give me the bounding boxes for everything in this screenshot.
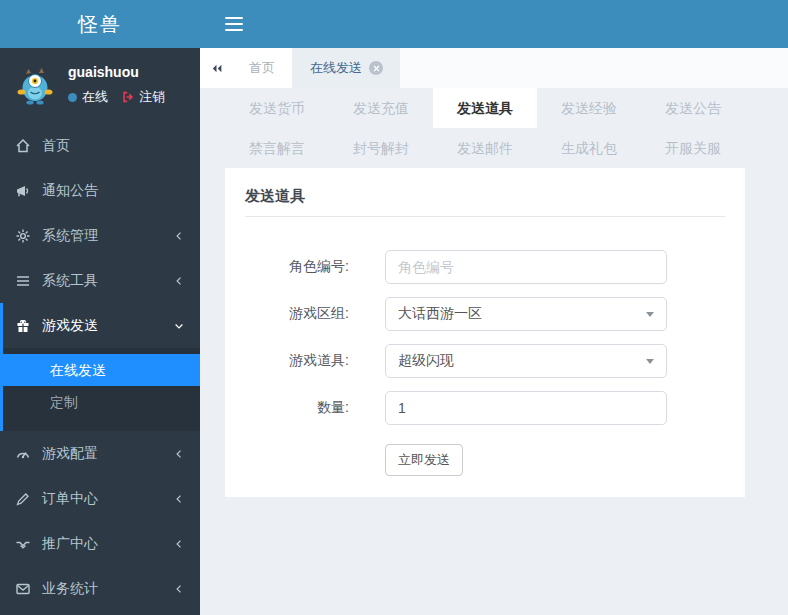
sidebar-item-label: 业务统计 [42,580,98,598]
sidebar-item-system-admin[interactable]: 系统管理 [0,213,200,258]
zone-select-value: 大话西游一区 [398,305,482,323]
func-tab-send-exp[interactable]: 发送经验 [537,88,641,128]
sidebar-item-label: 首页 [42,137,70,155]
func-tab-send-recharge[interactable]: 发送充值 [329,88,433,128]
sidebar-item-label: 系统工具 [42,272,98,290]
func-tab-ban-unban[interactable]: 封号解封 [329,128,433,168]
logout-icon [121,90,135,104]
double-left-arrow-icon [210,62,223,75]
user-meta: guaishuou 在线 注销 [68,61,165,106]
app-logo: 怪兽 [0,0,200,48]
sidebar-item-label: 通知公告 [42,182,98,200]
func-tab-mute-unmute[interactable]: 禁言解言 [225,128,329,168]
chevron-left-icon [173,230,185,242]
func-tab-send-mail[interactable]: 发送邮件 [433,128,537,168]
func-tab-send-item[interactable]: 发送道具 [433,88,537,128]
user-status-row: 在线 注销 [68,88,165,106]
sidebar-item-game-send[interactable]: 游戏发送 [3,303,200,348]
page-tab-label: 首页 [249,59,275,77]
qty-input[interactable] [385,391,667,425]
logout-label: 注销 [139,88,165,106]
sidebar-item-game-config[interactable]: 游戏配置 [0,431,200,476]
sidebar-item-promo-center[interactable]: 推广中心 [0,521,200,566]
chevron-down-icon [173,320,185,332]
func-tab-gen-giftpack[interactable]: 生成礼包 [537,128,641,168]
logout-link[interactable]: 注销 [121,88,165,106]
bars-icon [15,273,32,289]
item-select-value: 超级闪现 [398,352,454,370]
send-item-panel: 发送道具 角色编号: 游戏区组: 大话西游一区 游戏道具 [225,168,745,497]
func-tab-open-close-server[interactable]: 开服关服 [641,128,745,168]
gift-icon [15,318,32,334]
form-row-qty: 数量: [245,391,725,425]
monster-avatar [12,61,58,107]
sidebar-item-label: 系统管理 [42,227,98,245]
panel-title: 发送道具 [245,187,725,217]
sidebar-menu: 首页 通知公告 系统管理 系统 [0,123,200,615]
online-status-label: 在线 [82,88,108,106]
sidebar-item-system-tools[interactable]: 系统工具 [0,258,200,303]
page-tab-online-send[interactable]: 在线发送 [293,48,400,88]
sidebar-item-label: 游戏发送 [42,317,98,335]
chevron-left-icon [173,448,185,460]
item-label: 游戏道具: [245,352,349,370]
func-tab-send-announcement[interactable]: 发送公告 [641,88,745,128]
form-row-role-id: 角色编号: [245,250,725,284]
handshake-icon [15,536,32,552]
chevron-left-icon [173,583,185,595]
user-name: guaishuou [68,64,165,80]
page-tabbar: 首页 在线发送 [200,48,788,88]
tabs-collapse-button[interactable] [200,48,232,88]
sidebar-item-label: 游戏配置 [42,445,98,463]
sidebar-item-home[interactable]: 首页 [0,123,200,168]
envelope-icon [15,581,32,597]
tab-close-icon[interactable] [369,61,383,75]
sidebar-subitem-custom[interactable]: 定制 [3,386,200,418]
user-panel: guaishuou 在线 注销 [0,48,200,123]
submit-row: 立即发送 [385,444,725,476]
home-icon [15,138,32,154]
zone-label: 游戏区组: [245,305,349,323]
func-tab-send-currency[interactable]: 发送货币 [225,88,329,128]
online-status-icon [68,93,77,102]
pencil-icon [15,491,32,507]
zone-select[interactable]: 大话西游一区 [385,297,667,331]
gauge-icon [15,446,32,462]
sidebar-item-order-center[interactable]: 订单中心 [0,476,200,521]
main-area: 首页 在线发送 发送货币 发送充值 发送道具 发送经验 发送公告 禁言解言 封号… [200,0,788,615]
caret-down-icon [646,359,654,364]
send-item-form: 角色编号: 游戏区组: 大话西游一区 游戏道具: 超级闪现 [245,250,725,476]
item-select[interactable]: 超级闪现 [385,344,667,378]
chevron-left-icon [173,275,185,287]
page-tab-home[interactable]: 首页 [232,48,293,88]
app-window: 怪兽 guaishuou 在线 [0,0,788,615]
chevron-left-icon [173,493,185,505]
sidebar-subitem-online-send[interactable]: 在线发送 [3,354,200,386]
page-tab-label: 在线发送 [310,59,362,77]
sidebar-toggle-button[interactable] [225,13,243,35]
role-id-label: 角色编号: [245,258,349,276]
content-area: 发送货币 发送充值 发送道具 发送经验 发送公告 禁言解言 封号解封 发送邮件 … [200,88,788,615]
role-id-input[interactable] [385,250,667,284]
function-tab-grid: 发送货币 发送充值 发送道具 发送经验 发送公告 禁言解言 封号解封 发送邮件 … [225,88,745,168]
sidebar-item-notice[interactable]: 通知公告 [0,168,200,213]
sidebar-item-label: 订单中心 [42,490,98,508]
sidebar-item-business-stats[interactable]: 业务统计 [0,566,200,611]
top-header [200,0,788,48]
gear-icon [15,228,32,244]
qty-label: 数量: [245,399,349,417]
send-now-button[interactable]: 立即发送 [385,444,463,476]
sidebar-group-game-send: 游戏发送 在线发送 定制 [0,303,200,431]
sidebar-item-label: 推广中心 [42,535,98,553]
sidebar: 怪兽 guaishuou 在线 [0,0,200,615]
caret-down-icon [646,312,654,317]
game-send-submenu: 在线发送 定制 [3,348,200,431]
chevron-left-icon [173,538,185,550]
form-row-zone: 游戏区组: 大话西游一区 [245,297,725,331]
bullhorn-icon [15,183,32,199]
form-row-item: 游戏道具: 超级闪现 [245,344,725,378]
